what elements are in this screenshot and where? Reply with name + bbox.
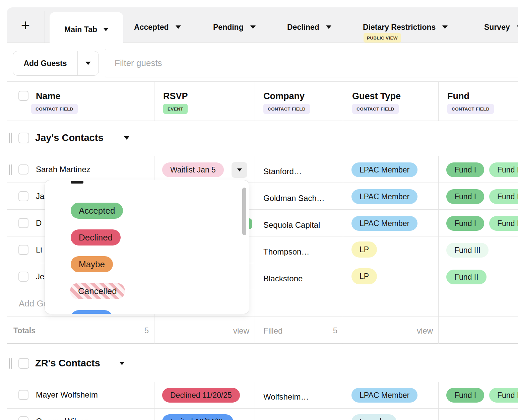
- row-checkbox[interactable]: [18, 191, 28, 201]
- cell-company[interactable]: Wolfsheim…: [263, 392, 309, 402]
- cell-name[interactable]: Je: [36, 272, 44, 281]
- field-type-badge: CONTACT FIELD: [447, 104, 494, 114]
- guest-type-pill[interactable]: LP: [351, 241, 377, 258]
- guest-type-pill[interactable]: LPAC Member: [351, 388, 417, 403]
- caret-down-icon: [85, 62, 91, 65]
- column-header-fund[interactable]: Fund: [447, 91, 469, 101]
- group-title[interactable]: ZR's Contacts: [35, 358, 100, 369]
- tab-survey[interactable]: Survey: [484, 19, 518, 36]
- cell-company[interactable]: Stanford…: [263, 167, 302, 176]
- fund-pill[interactable]: Fund II: [489, 216, 518, 231]
- totals-name-count: 5: [144, 326, 149, 335]
- guest-type-pill[interactable]: LPAC Member: [351, 162, 417, 177]
- group-collapse-caret-icon[interactable]: [124, 136, 129, 140]
- fund-pill[interactable]: Fund II: [446, 270, 487, 284]
- row-checkbox[interactable]: [18, 164, 28, 174]
- rsvp-pill[interactable]: Invited 12/04/25: [162, 414, 233, 420]
- rsvp-option-declined[interactable]: Declined: [71, 229, 121, 246]
- caret-down-icon: [250, 25, 256, 29]
- tab-pending[interactable]: Pending: [213, 19, 256, 36]
- tab-main-tab[interactable]: Main Tab: [50, 12, 123, 47]
- filter-guests-input[interactable]: [105, 49, 518, 77]
- column-header-company[interactable]: Company: [263, 91, 305, 101]
- grid-line: [7, 382, 518, 382]
- rsvp-option-maybe[interactable]: Maybe: [71, 256, 113, 272]
- fund-pill[interactable]: Fund I: [446, 216, 484, 231]
- tab-label: Declined: [287, 23, 319, 32]
- group-checkbox[interactable]: [18, 358, 29, 369]
- grid-line: [255, 81, 255, 121]
- grid-line: [154, 382, 154, 420]
- grid-line: [438, 156, 439, 344]
- rsvp-dropdown-button[interactable]: [232, 162, 247, 178]
- cell-name[interactable]: George Wilson: [36, 417, 89, 420]
- cell-name[interactable]: Li: [36, 245, 42, 255]
- cell-name[interactable]: Mayer Wolfsheim: [36, 390, 98, 400]
- fund-pill[interactable]: Fund I: [446, 388, 484, 403]
- fund-pill[interactable]: Fund I: [446, 189, 484, 204]
- cell-company[interactable]: Blackstone: [263, 274, 303, 283]
- tab-declined[interactable]: Declined: [287, 19, 331, 36]
- cell-company[interactable]: Goldman Sach…: [263, 194, 325, 203]
- grid-line: [343, 382, 343, 420]
- fund-pill[interactable]: Fund I: [446, 162, 484, 177]
- grid-line: [343, 81, 343, 121]
- row-checkbox[interactable]: [18, 272, 28, 282]
- dropdown-scrollbar[interactable]: [242, 188, 246, 235]
- guest-type-pill[interactable]: Founder: [351, 414, 396, 420]
- guest-type-pill[interactable]: LP: [351, 268, 377, 284]
- fund-pill[interactable]: Fund II: [489, 388, 518, 403]
- add-guests-button[interactable]: Add Guests: [13, 51, 99, 76]
- field-type-badge: CONTACT FIELD: [352, 104, 399, 114]
- row-checkbox[interactable]: [18, 245, 28, 255]
- select-all-checkbox[interactable]: [18, 91, 28, 101]
- row-checkbox[interactable]: [18, 416, 28, 420]
- tab-label: Accepted: [134, 23, 169, 32]
- tab-label: Pending: [213, 23, 244, 32]
- cell-name[interactable]: Ja: [36, 192, 44, 201]
- add-guests-dropdown[interactable]: [77, 51, 99, 75]
- column-header-guest-type[interactable]: Guest Type: [352, 91, 401, 101]
- cell-company[interactable]: Thompson…: [263, 247, 309, 257]
- drag-handle-icon[interactable]: [9, 133, 12, 143]
- rsvp-option-invited[interactable]: Invited: [71, 310, 113, 314]
- tab-label: Survey: [484, 23, 510, 32]
- caret-down-icon: [442, 25, 448, 29]
- group-checkbox[interactable]: [18, 133, 29, 143]
- none-option-partial[interactable]: [71, 181, 83, 184]
- rsvp-pill[interactable]: Waitlist Jan 5: [162, 162, 224, 177]
- caret-down-icon: [326, 25, 331, 29]
- drag-handle-icon[interactable]: [9, 358, 12, 369]
- drag-handle-icon[interactable]: [9, 164, 12, 175]
- cell-company[interactable]: Sequoia Capital: [263, 220, 320, 230]
- fund-pill[interactable]: Fund II: [489, 189, 518, 204]
- group-title[interactable]: Jay's Contacts: [35, 132, 104, 143]
- totals-filled-count: 5: [333, 326, 337, 335]
- fund-pill[interactable]: Fund II: [489, 162, 518, 177]
- guest-type-pill[interactable]: LPAC Member: [351, 216, 417, 231]
- rsvp-pill[interactable]: Declined 11/20/25: [162, 388, 240, 403]
- column-header-rsvp[interactable]: RSVP: [163, 91, 188, 101]
- totals-guest-type-view-link[interactable]: view: [417, 326, 433, 336]
- add-guests-label: Add Guests: [13, 51, 77, 75]
- caret-down-icon: [176, 25, 181, 29]
- guest-list-app: + Main Tab Accepted Pending Declined Die…: [0, 0, 518, 420]
- group-collapse-caret-icon[interactable]: [119, 362, 125, 365]
- grid-line: [154, 81, 154, 121]
- rsvp-option-cancelled[interactable]: Cancelled: [70, 283, 125, 299]
- rsvp-option-accepted[interactable]: Accepted: [71, 203, 123, 219]
- guest-type-pill[interactable]: LPAC Member: [351, 189, 417, 204]
- row-checkbox[interactable]: [18, 390, 28, 400]
- tab-bar-separator: [45, 11, 45, 43]
- fund-pill[interactable]: Fund III: [446, 243, 489, 258]
- add-tab-button[interactable]: +: [13, 15, 38, 36]
- tab-label: Main Tab: [64, 25, 97, 34]
- cell-name[interactable]: D: [36, 218, 42, 228]
- grid-line: [7, 347, 518, 347]
- tab-accepted[interactable]: Accepted: [134, 19, 181, 36]
- cell-name[interactable]: Sarah Martinez: [36, 165, 90, 174]
- column-header-name[interactable]: Name: [36, 91, 61, 101]
- row-checkbox[interactable]: [18, 218, 28, 228]
- grid-line: [7, 343, 518, 344]
- totals-rsvp-view-link[interactable]: view: [233, 326, 249, 336]
